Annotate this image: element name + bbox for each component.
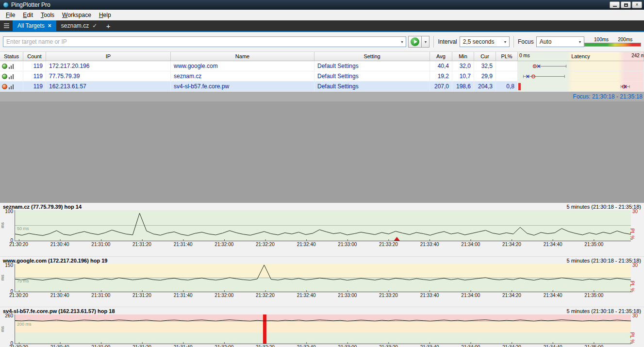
- tab-seznam[interactable]: seznam.cz ✓: [56, 20, 102, 31]
- app-logo-icon: [3, 2, 9, 8]
- menu-workspace[interactable]: Workspace: [58, 10, 95, 20]
- x-axis-tick-label: 21:33:00: [338, 293, 357, 298]
- close-button[interactable]: ×: [632, 1, 642, 8]
- maximize-button[interactable]: [621, 1, 631, 8]
- packet-loss-axis: 30 PL %: [631, 210, 644, 241]
- x-axis-tick-label: 21:33:00: [338, 242, 357, 247]
- mini-bar-chart-icon: [9, 64, 14, 69]
- cur-cell: 204,3: [474, 82, 496, 91]
- pl-max-label: 30: [632, 263, 638, 268]
- x-axis-tick-label: 21:32:20: [256, 242, 275, 247]
- x-axis-tick-label: 21:35:00: [584, 345, 603, 347]
- header-ip[interactable]: IP: [46, 52, 171, 61]
- count-cell: 119: [23, 82, 46, 91]
- interval-value: 2,5 seconds: [460, 38, 495, 45]
- x-axis-tick-label: 21:31:20: [132, 293, 151, 298]
- header-pl[interactable]: PL%: [496, 52, 518, 61]
- menu-file[interactable]: File: [2, 10, 19, 20]
- x-axis-tick-label: 21:34:40: [544, 293, 562, 298]
- ip-cell: 172.217.20.196: [46, 61, 171, 71]
- table-row-seznam[interactable]: 119 77.75.79.39 seznam.cz Default Settin…: [0, 71, 644, 82]
- graph-time-range: 5 minutes (21:30:18 - 21:35:18): [567, 258, 641, 264]
- header-name[interactable]: Name: [171, 52, 314, 61]
- latency-scale-min: 0 ms: [519, 53, 530, 58]
- x-axis-tick-label: 21:30:20: [9, 345, 28, 347]
- header-count[interactable]: Count: [23, 52, 46, 61]
- interval-select[interactable]: 2,5 seconds ▼: [460, 36, 510, 47]
- toolbar-separator: [433, 36, 434, 48]
- header-setting[interactable]: Setting: [314, 52, 430, 61]
- x-axis-tick-label: 21:33:20: [379, 345, 398, 347]
- target-input[interactable]: [3, 38, 398, 45]
- header-latency[interactable]: 0 ms Latency 242 ms: [518, 52, 644, 61]
- status-alert-icon: [2, 84, 7, 89]
- x-axis-tick-label: 21:31:20: [132, 242, 151, 247]
- avg-cell: 40,4: [430, 61, 452, 71]
- tab-label: seznam.cz: [61, 22, 89, 29]
- tab-close-icon[interactable]: ×: [48, 22, 51, 29]
- timeline-graph-seznam: seznam.cz (77.75.79.39) hop 14 5 minutes…: [0, 203, 644, 248]
- focus-dropdown-icon[interactable]: ▼: [576, 37, 584, 47]
- new-tab-button[interactable]: +: [102, 20, 115, 31]
- header-cur[interactable]: Cur: [474, 52, 496, 61]
- latency-legend: 100ms 200ms: [584, 37, 641, 47]
- min-cell: 32,0: [452, 61, 474, 71]
- x-axis-tick-label: 21:31:00: [91, 345, 110, 347]
- menu-help[interactable]: Help: [95, 10, 115, 20]
- timeline-graph-sv4: sv4-sl-b57.fe.core.pw (162.213.61.57) ho…: [0, 307, 644, 347]
- menu-edit[interactable]: Edit: [19, 10, 37, 20]
- latency-timeline-plot[interactable]: [15, 210, 631, 241]
- x-axis-tick-label: 21:34:40: [544, 345, 562, 347]
- x-axis-tick-label: 21:31:40: [174, 345, 193, 347]
- latency-mini-graph: [518, 82, 644, 91]
- target-dropdown-icon[interactable]: ▼: [398, 37, 406, 47]
- setting-cell: Default Settings: [314, 61, 430, 71]
- x-axis-tick-label: 21:32:40: [297, 293, 316, 298]
- tab-saved-check-icon: ✓: [92, 22, 97, 29]
- ms-axis-label: ms: [0, 222, 5, 228]
- x-axis-tick-label: 21:30:20: [9, 293, 28, 298]
- avg-cell: 19,2: [430, 71, 452, 81]
- header-min[interactable]: Min: [452, 52, 474, 61]
- interval-label: Interval: [438, 38, 457, 45]
- x-axis-tick-label: 21:31:20: [132, 345, 151, 347]
- interval-dropdown-icon[interactable]: ▼: [501, 37, 509, 47]
- x-axis-tick-label: 21:32:40: [297, 242, 316, 247]
- focus-range-bar: Focus: 21:30:18 - 21:35:18: [0, 92, 644, 101]
- focus-select[interactable]: Auto ▼: [536, 36, 584, 47]
- x-axis: 21:30:2021:30:4021:31:0021:31:2021:31:40…: [15, 241, 631, 248]
- y-axis: 100 ms 0: [0, 210, 15, 241]
- x-axis-tick-label: 21:30:40: [50, 242, 69, 247]
- tab-bar: All Targets × seznam.cz ✓ +: [0, 20, 644, 31]
- latency-cell: [518, 82, 644, 91]
- header-status[interactable]: Status: [0, 52, 23, 61]
- legend-200ms-label: 200ms: [618, 37, 632, 42]
- x-axis-tick-label: 21:33:40: [420, 345, 439, 347]
- avg-cell: 207,0: [430, 82, 452, 91]
- min-cell: 10,7: [452, 71, 474, 81]
- start-options-dropdown-icon[interactable]: ▼: [422, 36, 429, 48]
- table-row-sv4[interactable]: 119 162.213.61.57 sv4-sl-b57.fe.core.pw …: [0, 82, 644, 92]
- start-trace-button[interactable]: [408, 36, 422, 48]
- workspace-menu-icon[interactable]: [0, 20, 13, 31]
- x-axis-tick-label: 21:34:20: [502, 242, 521, 247]
- x-axis-tick-label: 21:33:40: [420, 293, 439, 298]
- table-row-google[interactable]: 119 172.217.20.196 www.google.com Defaul…: [0, 61, 644, 71]
- x-axis-tick-label: 21:34:00: [461, 345, 480, 347]
- latency-header-label: Latency: [571, 53, 590, 59]
- graph-title: www.google.com (172.217.20.196) hop 19: [3, 258, 107, 264]
- x-axis-tick-label: 21:34:00: [461, 293, 480, 298]
- y-axis: 260 ms 0: [0, 314, 15, 344]
- x-axis-tick-label: 21:32:00: [215, 293, 233, 298]
- minimize-button[interactable]: [610, 1, 620, 8]
- x-axis-tick-label: 21:34:40: [544, 242, 562, 247]
- x-axis-tick-label: 21:33:40: [420, 242, 439, 247]
- tab-all-targets[interactable]: All Targets ×: [13, 20, 56, 31]
- latency-timeline-plot[interactable]: [15, 264, 631, 292]
- pl-cell: 0,8: [496, 82, 518, 91]
- x-axis-tick-label: 21:32:20: [256, 293, 275, 298]
- header-avg[interactable]: Avg: [430, 52, 452, 61]
- menu-tools[interactable]: Tools: [37, 10, 58, 20]
- cur-cell: 32,5: [474, 61, 496, 71]
- latency-timeline-plot[interactable]: [15, 314, 631, 344]
